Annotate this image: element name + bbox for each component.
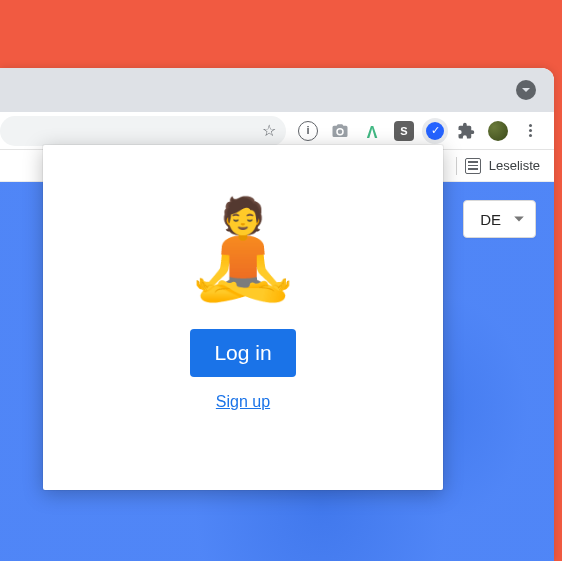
reading-list-button[interactable]: Leseliste bbox=[489, 158, 540, 173]
chevron-down-icon bbox=[513, 213, 525, 225]
reading-list-icon bbox=[465, 158, 481, 174]
vue-devtools-icon[interactable]: V bbox=[362, 121, 382, 141]
chevron-down-icon bbox=[521, 85, 531, 95]
extension-s-icon[interactable]: S bbox=[394, 121, 414, 141]
extension-check-icon[interactable]: ✓ bbox=[426, 122, 444, 140]
info-icon[interactable]: i bbox=[298, 121, 318, 141]
camera-icon[interactable] bbox=[330, 121, 350, 141]
address-bar[interactable]: ☆ bbox=[0, 116, 286, 146]
divider bbox=[456, 157, 457, 175]
extension-icons: i V S ✓ bbox=[294, 121, 544, 141]
extensions-menu-icon[interactable] bbox=[456, 121, 476, 141]
tab-strip bbox=[0, 68, 554, 112]
bookmark-star-icon[interactable]: ☆ bbox=[262, 121, 276, 140]
meditation-emoji: 🧘 bbox=[183, 201, 303, 297]
browser-menu-icon[interactable] bbox=[520, 121, 540, 141]
language-selector[interactable]: DE bbox=[463, 200, 536, 238]
language-value: DE bbox=[480, 211, 501, 228]
extension-popup: 🧘 Log in Sign up bbox=[43, 145, 443, 490]
signup-link[interactable]: Sign up bbox=[216, 393, 270, 411]
login-button[interactable]: Log in bbox=[190, 329, 295, 377]
tabs-dropdown-button[interactable] bbox=[516, 80, 536, 100]
profile-avatar[interactable] bbox=[488, 121, 508, 141]
